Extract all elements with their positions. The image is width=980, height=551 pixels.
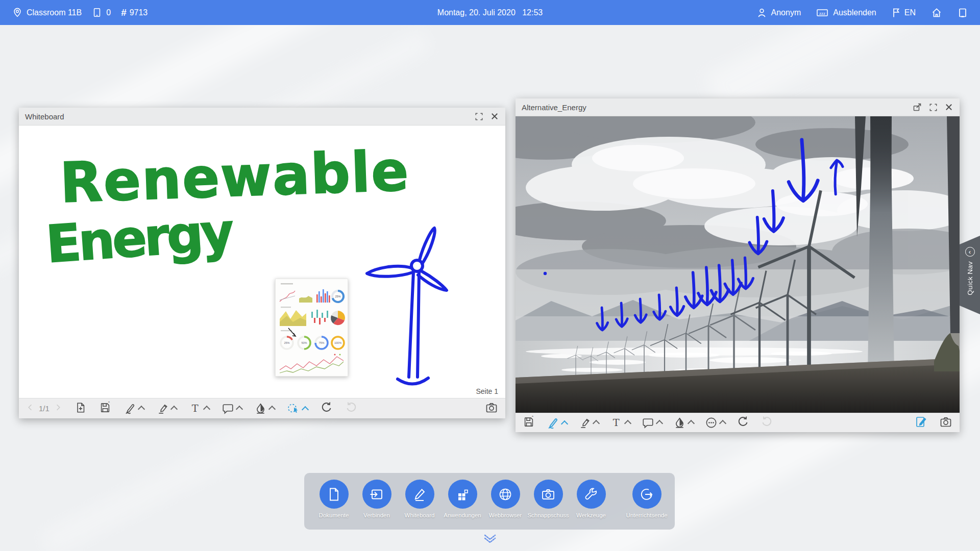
fullscreen-icon[interactable] [928,103,938,112]
tablet-icon [92,7,102,18]
text-options-caret[interactable] [203,406,210,413]
photo-titlebar[interactable]: Alternative_Energy [516,98,960,116]
snapshot-camera-icon[interactable] [485,401,498,416]
comment-icon [642,416,654,429]
undo-icon[interactable] [320,401,333,416]
dock-collapse-chevron-icon[interactable] [481,534,499,547]
redo-icon[interactable] [345,401,358,416]
redo-icon[interactable] [761,415,773,430]
share-icon[interactable] [912,102,922,112]
user-menu[interactable]: Anonym [756,7,801,18]
snapshot-camera-icon[interactable] [939,415,952,431]
hide-button[interactable]: zzz Ausblenden [816,8,876,18]
dock-item-anwendungen[interactable]: Anwendungen [441,480,484,518]
svg-text:*: * [108,402,110,406]
screen-icon[interactable] [958,7,968,18]
next-page-icon[interactable] [54,403,62,414]
dock-item-schnappschuss[interactable]: Schnappschuss [527,480,570,518]
comment-icon [222,402,234,415]
svg-text:T: T [613,417,620,429]
pen-options-caret[interactable] [561,420,568,427]
charts-poster-image[interactable]: 25% [275,279,348,377]
dock-item-verbinden[interactable]: Verbinden [355,480,398,518]
more-icon [705,416,718,429]
prev-page-icon[interactable] [26,403,35,414]
handwriting-line1: Renewable [59,139,411,215]
svg-text:zzz: zzz [819,11,825,15]
eraser-options-caret[interactable] [688,420,695,427]
dock: Dokumente Verbinden Whiteboard Anwendung… [304,473,675,530]
highlighter-options-caret[interactable] [593,420,600,427]
dock-item-whiteboard[interactable]: Whiteboard [398,480,441,518]
photo-toolbar: * T [516,413,960,432]
hide-label: Ausblenden [833,8,876,17]
text-options-caret[interactable] [624,420,631,427]
comment-tool[interactable] [642,416,662,429]
photo-canvas[interactable] [516,116,960,413]
fullscreen-icon[interactable] [474,112,484,121]
svg-text:50%: 50% [301,341,307,344]
session-end-icon [639,487,654,502]
quick-nav-label: Quick Nav [966,261,974,295]
text-icon: T [189,402,202,415]
pencil-icon [412,487,427,502]
sleep-zzz-icon: zzz [816,8,829,18]
save-icon[interactable]: * [523,416,535,430]
highlighter-tool[interactable] [156,402,177,415]
save-icon[interactable]: * [99,402,111,416]
select-tool[interactable] [287,402,308,415]
whiteboard-titlebar[interactable]: Whiteboard [19,108,505,126]
classroom-info: Classroom 11B [12,7,82,18]
comment-options-caret[interactable] [236,406,243,413]
pen-tool[interactable] [124,402,144,415]
whiteboard-window: Whiteboard Renewable Energy [19,108,505,418]
document-icon [326,487,341,502]
session-id-group[interactable]: # 9713 [121,7,148,18]
turbine-sketch [356,225,468,396]
language-switch[interactable]: EN [892,7,916,18]
quick-nav-tab[interactable]: ‹ Quick Nav [960,236,980,314]
text-icon: T [610,416,623,429]
photo-title: Alternative_Energy [522,103,905,112]
page-indicator: 1/1 [39,404,50,413]
close-icon[interactable] [944,103,953,112]
select-options-caret[interactable] [302,406,309,413]
highlighter-tool[interactable] [578,416,599,429]
eraser-options-caret[interactable] [268,406,276,413]
person-icon [756,7,767,18]
pen-options-caret[interactable] [138,406,145,413]
close-icon[interactable] [490,112,499,121]
dock-item-werkzeuge[interactable]: Werkzeuge [570,480,612,518]
comment-options-caret[interactable] [656,420,663,427]
highlighter-icon [156,402,169,415]
location-pin-icon [12,7,22,18]
apps-grid-icon [455,487,470,502]
add-page-icon[interactable] [75,402,87,416]
wrench-icon [583,487,599,502]
wind-turbines-photo [516,116,960,413]
eraser-tool[interactable] [673,416,694,429]
more-tools[interactable] [705,416,725,429]
whiteboard-toolbar: 1/1 * T [19,398,505,418]
device-counter[interactable]: 0 [92,7,111,18]
pen-tool-active[interactable] [546,416,567,430]
text-tool[interactable]: T [610,416,630,429]
annotate-toggle-icon[interactable] [915,415,928,431]
undo-icon[interactable] [737,415,749,430]
collapse-chevron-icon[interactable]: ‹ [965,247,975,257]
time-label: 12:53 [522,8,543,17]
highlighter-icon [578,416,591,429]
comment-tool[interactable] [222,402,242,415]
dock-item-webbrowser[interactable]: Webbrowser [484,480,527,518]
home-icon[interactable] [931,7,942,18]
dock-item-unterrichtsende[interactable]: Unterrichtsende [625,480,668,518]
text-tool[interactable]: T [189,402,209,415]
highlighter-options-caret[interactable] [170,406,178,413]
whiteboard-canvas[interactable]: Renewable Energy 25% [19,126,505,398]
pen-icon [124,402,136,415]
flag-icon [892,7,900,18]
dock-item-dokumente[interactable]: Dokumente [312,480,355,518]
language-label: EN [904,8,916,17]
more-options-caret[interactable] [719,420,726,427]
eraser-tool[interactable] [254,402,275,415]
